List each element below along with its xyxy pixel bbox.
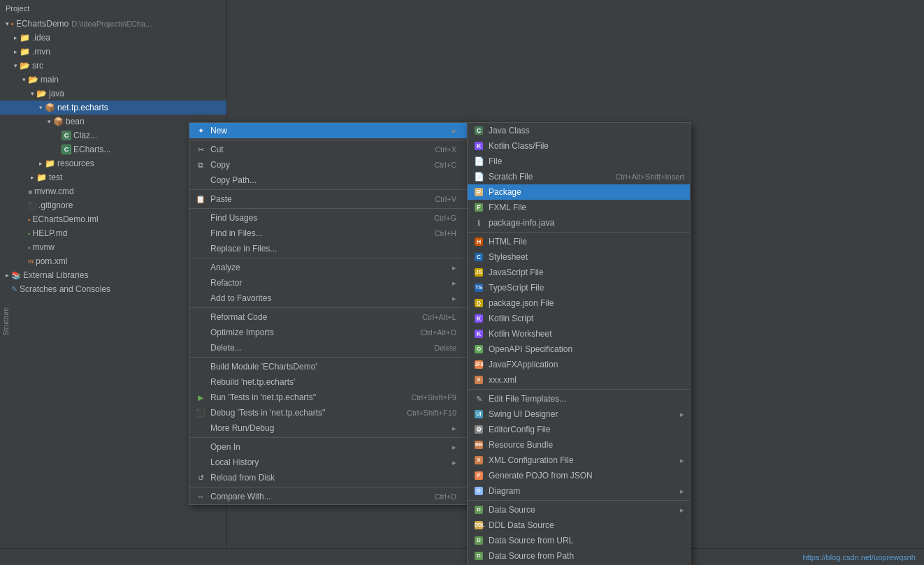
- context-menu-refactor[interactable]: Refactor ▸: [189, 275, 468, 291]
- compare-icon: ↔: [195, 491, 206, 502]
- swing-ui-label: Swing UI Designer: [489, 409, 677, 419]
- context-menu-more-run[interactable]: More Run/Debug ▸: [189, 420, 468, 436]
- tree-item-main[interactable]: 📂 main: [0, 73, 226, 87]
- diagram-label: Diagram: [489, 486, 677, 496]
- optimize-shortcut: Ctrl+Alt+O: [421, 328, 456, 337]
- new-ds-path[interactable]: D Data Source from Path: [468, 548, 690, 564]
- context-menu-optimize[interactable]: Optimize Imports Ctrl+Alt+O: [189, 325, 468, 340]
- tree-item-mvn[interactable]: 📁 .mvn: [0, 45, 226, 59]
- new-pojo[interactable]: P Generate POJO from JSON: [468, 468, 690, 483]
- structure-label: Structure: [2, 307, 10, 336]
- edit-templates-label: Edit File Templates...: [489, 394, 684, 404]
- reformat-label: Reformat Code: [210, 312, 417, 322]
- new-edit-templates[interactable]: ✎ Edit File Templates...: [468, 391, 690, 406]
- more-run-arrow: ▸: [452, 424, 456, 433]
- context-menu-reload[interactable]: ↺ Reload from Disk: [189, 470, 468, 485]
- scratch-file-label: Scratch File: [489, 172, 615, 182]
- tree-item-idea[interactable]: 📁 .idea: [0, 31, 226, 45]
- new-xxx-xml[interactable]: X xxx.xml: [468, 372, 690, 388]
- new-pkg-info[interactable]: ℹ package-info.java: [468, 215, 690, 230]
- package-icon: 📦: [45, 103, 55, 112]
- context-menu-compare[interactable]: ↔ Compare With... Ctrl+D: [189, 489, 468, 504]
- kotlin-class-label: Kotlin Class/File: [489, 141, 684, 151]
- context-menu-copy-path[interactable]: Copy Path...: [189, 173, 468, 188]
- copy-path-icon: [195, 175, 206, 186]
- echartsdemo-label: EChartsDemo: [16, 19, 68, 29]
- context-menu-debug-tests[interactable]: ⬛ Debug 'Tests in 'net.tp.echarts'' Ctrl…: [189, 405, 468, 420]
- new-openapi[interactable]: O OpenAPI Specification: [468, 342, 690, 357]
- ddl-label: DDL Data Source: [489, 520, 684, 530]
- context-menu-local-history[interactable]: Local History ▸: [189, 455, 468, 470]
- context-menu-delete[interactable]: Delete... Delete: [189, 340, 468, 355]
- sep1: [189, 140, 468, 140]
- sep-new3: [468, 500, 690, 501]
- find-usages-label: Find Usages: [210, 213, 428, 223]
- arrow-mvn: [11, 47, 20, 56]
- new-package[interactable]: P Package: [468, 184, 690, 200]
- ds-path-label: Data Source from Path: [489, 551, 684, 561]
- new-xml-config[interactable]: X XML Configuration File ▸: [468, 453, 690, 468]
- new-java-class[interactable]: C Java Class: [468, 123, 690, 138]
- new-javafx[interactable]: JFX JavaFXApplication: [468, 357, 690, 372]
- new-ddl-source[interactable]: DDL DDL Data Source: [468, 518, 690, 533]
- context-menu-open-in[interactable]: Open In ▸: [189, 439, 468, 455]
- sep6: [189, 357, 468, 358]
- new-editorconfig[interactable]: ⚙ EditorConfig File: [468, 422, 690, 437]
- context-menu-reformat[interactable]: Reformat Code Ctrl+Alt+L: [189, 309, 468, 325]
- context-menu-run-tests[interactable]: ▶ Run 'Tests in 'net.tp.echarts'' Ctrl+S…: [189, 390, 468, 405]
- claz-label: Claz...: [73, 131, 97, 140]
- context-menu-paste[interactable]: 📋 Paste Ctrl+V: [189, 191, 468, 207]
- context-menu-favorites[interactable]: Add to Favorites ▸: [189, 291, 468, 306]
- new-swing-ui[interactable]: UI Swing UI Designer ▸: [468, 406, 690, 422]
- new-kotlin-class[interactable]: K Kotlin Class/File: [468, 138, 690, 154]
- context-menu-copy[interactable]: ⧉ Copy Ctrl+C: [189, 157, 468, 173]
- context-menu-analyze[interactable]: Analyze ▸: [189, 260, 468, 275]
- javafx-label: JavaFXApplication: [489, 360, 684, 369]
- context-menu-build[interactable]: Build Module 'EChartsDemo': [189, 359, 468, 374]
- context-menu-cut[interactable]: ✂ Cut Ctrl+X: [189, 142, 468, 157]
- package-icon-new: P: [473, 186, 484, 198]
- css-icon: C: [473, 251, 484, 263]
- analyze-icon: [195, 262, 206, 273]
- hint-link[interactable]: https://blog.csdn.net/uoprewqsnh: [803, 553, 916, 562]
- debug-shortcut: Ctrl+Shift+F10: [407, 409, 456, 417]
- pkg-info-label: package-info.java: [489, 218, 684, 228]
- new-scratch-file[interactable]: 📄 Scratch File Ctrl+Alt+Shift+Insert: [468, 169, 690, 184]
- copy-path-label: Copy Path...: [210, 175, 456, 185]
- analyze-label: Analyze: [210, 263, 449, 272]
- json-sq: {}: [475, 299, 483, 307]
- mvnw-label: mvnw: [33, 242, 55, 252]
- tree-item-net-tp[interactable]: 📦 net.tp.echarts: [0, 101, 226, 115]
- tree-item-java[interactable]: 📂 java: [0, 87, 226, 101]
- new-fxml[interactable]: F FXML File: [468, 200, 690, 215]
- ds-sq: D: [475, 506, 483, 514]
- find-usages-shortcut: Ctrl+G: [434, 214, 456, 222]
- new-pkg-json[interactable]: {} package.json File: [468, 295, 690, 311]
- new-diagram[interactable]: D Diagram ▸: [468, 483, 690, 499]
- context-menu-new[interactable]: ✦ New ▸: [189, 123, 468, 138]
- sep-new1: [468, 232, 690, 233]
- html-sq: H: [475, 237, 483, 246]
- context-menu-find-in-files[interactable]: Find in Files... Ctrl+H: [189, 226, 468, 241]
- arrow-bean: [45, 117, 53, 126]
- new-kotlin-script[interactable]: K Kotlin Script: [468, 311, 690, 326]
- new-html[interactable]: H HTML File: [468, 234, 690, 249]
- kotlin-class-icon: K: [473, 140, 484, 152]
- folder-mvn-icon: 📁: [20, 47, 30, 57]
- new-css[interactable]: C Stylesheet: [468, 249, 690, 265]
- structure-panel[interactable]: Structure: [0, 279, 11, 363]
- hint-bar: https://blog.csdn.net/uoprewqsnh: [0, 548, 924, 565]
- ext-libs-icon: 📚: [11, 271, 21, 280]
- tree-item-echartsdemo[interactable]: ▪ EChartsDemo D:\IdeaProjects\ECha...: [0, 17, 226, 31]
- new-resource-bundle[interactable]: RB Resource Bundle: [468, 437, 690, 453]
- context-menu-replace-files[interactable]: Replace in Files...: [189, 241, 468, 256]
- new-js[interactable]: JS JavaScript File: [468, 265, 690, 280]
- new-kotlin-ws[interactable]: K Kotlin Worksheet: [468, 326, 690, 342]
- tree-item-src[interactable]: 📂 src: [0, 59, 226, 73]
- new-data-source[interactable]: D Data Source ▸: [468, 502, 690, 518]
- context-menu-find-usages[interactable]: Find Usages Ctrl+G: [189, 210, 468, 226]
- new-ds-url[interactable]: D Data Source from URL: [468, 533, 690, 548]
- context-menu-rebuild[interactable]: Rebuild 'net.tp.echarts': [189, 374, 468, 390]
- new-file[interactable]: 📄 File: [468, 154, 690, 169]
- new-ts[interactable]: TS TypeScript File: [468, 280, 690, 295]
